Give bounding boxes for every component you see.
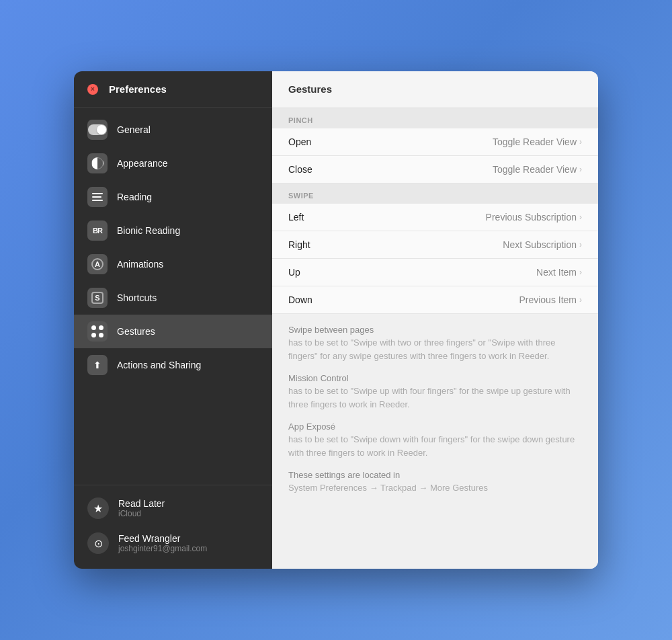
gesture-close-row[interactable]: Close Toggle Reader View › bbox=[272, 156, 598, 184]
br-icon: BR bbox=[93, 227, 102, 235]
account-feed-wrangler[interactable]: ⊙ Feed Wrangler joshginter91@gmail.com bbox=[74, 526, 272, 561]
sidebar-item-gestures[interactable]: Gestures bbox=[74, 315, 272, 348]
bionic-reading-icon-bg: BR bbox=[87, 221, 108, 241]
gesture-open-value: Toggle Reader View › bbox=[493, 136, 582, 147]
sidebar-nav: General Appearance Reading bbox=[74, 108, 272, 485]
note-app-expose: App Exposé has to be set to "Swipe down … bbox=[288, 422, 582, 459]
actions-sharing-icon-bg: ⬆ bbox=[87, 355, 108, 375]
read-later-icon: ★ bbox=[87, 497, 109, 519]
s-square-icon: S bbox=[91, 292, 103, 304]
lines-icon bbox=[92, 193, 103, 201]
note-mission-control: Mission Control has to be set to "Swipe … bbox=[288, 373, 582, 411]
account-read-later[interactable]: ★ Read Later iCloud bbox=[74, 491, 272, 526]
read-later-info: Read Later iCloud bbox=[118, 498, 165, 518]
read-later-name: Read Later bbox=[118, 498, 165, 509]
chevron-right-icon-4: › bbox=[579, 240, 582, 249]
gesture-close-label: Close bbox=[288, 164, 312, 175]
gesture-down-value-text: Previous Item bbox=[519, 294, 577, 305]
gesture-up-label: Up bbox=[288, 267, 300, 278]
section-header-pinch: PINCH bbox=[272, 108, 598, 128]
sidebar-item-general[interactable]: General bbox=[74, 113, 272, 147]
nav-label-actions-sharing: Actions and Sharing bbox=[117, 360, 201, 370]
gesture-close-value: Toggle Reader View › bbox=[493, 164, 582, 175]
read-later-sub: iCloud bbox=[118, 509, 165, 518]
gesture-left-value-text: Previous Subscription bbox=[486, 212, 577, 223]
chevron-right-icon-5: › bbox=[579, 268, 582, 277]
feed-wrangler-icon: ⊙ bbox=[87, 532, 109, 554]
preferences-window: × Preferences General Appearance bbox=[74, 71, 598, 569]
note-title-0: Swipe between pages bbox=[288, 325, 582, 335]
chevron-right-icon-3: › bbox=[579, 212, 582, 222]
gesture-left-value: Previous Subscription › bbox=[486, 212, 582, 223]
gesture-down-value: Previous Item › bbox=[519, 294, 582, 305]
gesture-right-value: Next Subscription › bbox=[503, 239, 582, 250]
main-body: PINCH Open Toggle Reader View › Close To… bbox=[272, 108, 598, 569]
appearance-icon-bg bbox=[87, 153, 108, 173]
note-title-1: Mission Control bbox=[288, 373, 582, 383]
section-header-swipe: SWIPE bbox=[272, 184, 598, 204]
note-title-2: App Exposé bbox=[288, 422, 582, 432]
note-text-0: has to be set to "Swipe with two or thre… bbox=[288, 336, 582, 362]
sidebar: × Preferences General Appearance bbox=[74, 71, 272, 569]
gesture-right-row[interactable]: Right Next Subscription › bbox=[272, 231, 598, 259]
nav-label-appearance: Appearance bbox=[117, 158, 168, 169]
half-circle-icon bbox=[91, 157, 103, 169]
sidebar-title: Preferences bbox=[109, 83, 167, 95]
gesture-down-label: Down bbox=[288, 294, 312, 305]
gesture-right-label: Right bbox=[288, 239, 310, 250]
nav-label-shortcuts: Shortcuts bbox=[117, 292, 157, 303]
gesture-open-label: Open bbox=[288, 136, 311, 147]
sidebar-accounts: ★ Read Later iCloud ⊙ Feed Wrangler josh… bbox=[74, 485, 272, 569]
sidebar-item-bionic-reading[interactable]: BR Bionic Reading bbox=[74, 214, 272, 247]
main-header: Gestures bbox=[272, 71, 598, 108]
close-icon: × bbox=[91, 86, 95, 93]
star-icon: ★ bbox=[93, 502, 103, 515]
note-settings-location: These settings are located in System Pre… bbox=[288, 470, 582, 495]
animations-icon-bg: A bbox=[87, 254, 108, 274]
gesture-up-value-text: Next Item bbox=[536, 267, 577, 278]
nav-label-animations: Animations bbox=[117, 259, 163, 270]
feed-wrangler-name: Feed Wrangler bbox=[118, 533, 207, 544]
gesture-left-label: Left bbox=[288, 212, 304, 223]
gesture-up-value: Next Item › bbox=[536, 267, 582, 278]
a-circle-icon: A bbox=[91, 258, 103, 270]
note-text-1: has to be set to "Swipe up with four fin… bbox=[288, 385, 582, 411]
sidebar-item-shortcuts[interactable]: S Shortcuts bbox=[74, 281, 272, 315]
share-icon: ⬆ bbox=[93, 360, 101, 370]
note-title-3: These settings are located in bbox=[288, 470, 582, 480]
close-button[interactable]: × bbox=[87, 84, 98, 95]
main-content: Gestures PINCH Open Toggle Reader View ›… bbox=[272, 71, 598, 569]
feed-wrangler-sub: joshginter91@gmail.com bbox=[118, 544, 207, 553]
gesture-right-value-text: Next Subscription bbox=[503, 239, 577, 250]
note-swipe-between-pages: Swipe between pages has to be set to "Sw… bbox=[288, 325, 582, 362]
toggle-icon bbox=[88, 124, 107, 135]
gesture-open-row[interactable]: Open Toggle Reader View › bbox=[272, 128, 598, 156]
chevron-right-icon-6: › bbox=[579, 295, 582, 305]
nav-label-bionic-reading: Bionic Reading bbox=[117, 225, 180, 236]
nav-label-gestures: Gestures bbox=[117, 326, 155, 337]
shortcuts-icon-bg: S bbox=[87, 288, 108, 308]
nav-label-reading: Reading bbox=[117, 192, 152, 202]
note-text-2: has to be set to "Swipe down with four f… bbox=[288, 433, 582, 459]
sidebar-item-animations[interactable]: A Animations bbox=[74, 247, 272, 281]
gesture-open-value-text: Toggle Reader View bbox=[493, 136, 577, 147]
general-icon-bg bbox=[87, 120, 108, 140]
chevron-right-icon-2: › bbox=[579, 165, 582, 174]
gesture-close-value-text: Toggle Reader View bbox=[493, 164, 577, 175]
dots-icon bbox=[91, 325, 103, 337]
main-title: Gestures bbox=[288, 83, 332, 95]
sidebar-header: × Preferences bbox=[74, 71, 272, 108]
chevron-right-icon: › bbox=[579, 137, 582, 147]
sidebar-item-actions-sharing[interactable]: ⬆ Actions and Sharing bbox=[74, 348, 272, 382]
nav-label-general: General bbox=[117, 124, 151, 135]
gesture-down-row[interactable]: Down Previous Item › bbox=[272, 286, 598, 314]
note-text-3: System Preferences → Trackpad → More Ges… bbox=[288, 481, 582, 495]
reading-icon-bg bbox=[87, 187, 108, 207]
sidebar-item-appearance[interactable]: Appearance bbox=[74, 147, 272, 180]
rope-icon: ⊙ bbox=[94, 537, 103, 550]
gesture-left-row[interactable]: Left Previous Subscription › bbox=[272, 204, 598, 231]
notes-section: Swipe between pages has to be set to "Sw… bbox=[272, 314, 598, 516]
gestures-icon-bg bbox=[87, 321, 108, 342]
gesture-up-row[interactable]: Up Next Item › bbox=[272, 259, 598, 286]
sidebar-item-reading[interactable]: Reading bbox=[74, 180, 272, 214]
